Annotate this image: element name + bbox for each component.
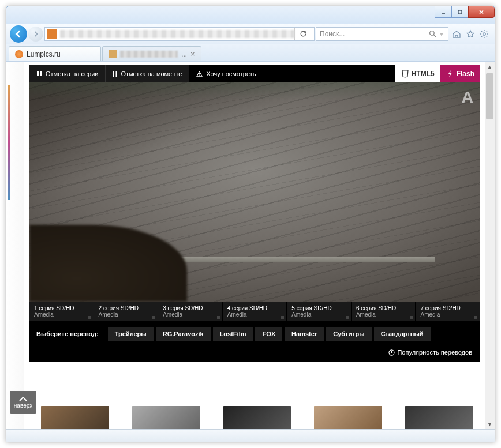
- svg-rect-7: [37, 71, 39, 76]
- mark-series-tab[interactable]: Отметка на серии: [29, 65, 106, 82]
- translation-option[interactable]: Субтитры: [326, 327, 372, 341]
- scroll-down-icon[interactable]: ▼: [485, 419, 495, 429]
- translation-option[interactable]: Hamster: [285, 327, 324, 341]
- pause-icon: [113, 71, 117, 77]
- tab-lumpics[interactable]: Lumpics.ru: [9, 46, 101, 61]
- svg-line-5: [434, 35, 436, 37]
- episode-source: Amedia: [420, 311, 475, 318]
- episode-title: 7 серия SD/HD: [420, 305, 475, 311]
- episode-marker-icon: [88, 316, 91, 319]
- watch-later-tab[interactable]: Хочу посмотреть: [189, 65, 263, 82]
- episode-source: Amedia: [34, 311, 89, 318]
- chevron-up-icon: [19, 397, 27, 401]
- episode-marker-icon: [152, 316, 155, 319]
- translation-option[interactable]: FOX: [255, 327, 282, 341]
- tab-title-blurred: [120, 51, 178, 58]
- sidebar-edge: [6, 62, 24, 429]
- status-bar: [6, 429, 495, 442]
- thumbnail[interactable]: [132, 406, 200, 429]
- settings-icon[interactable]: [480, 29, 489, 39]
- episode-marker-icon: [346, 316, 349, 319]
- minimize-button[interactable]: [435, 6, 452, 18]
- html5-icon: [401, 70, 409, 78]
- episode-list: 1 серия SD/HDAmedia 2 серия SD/HDAmedia …: [29, 302, 480, 321]
- address-bar[interactable]: [44, 27, 315, 41]
- back-to-top-label: наверх: [14, 402, 32, 409]
- vertical-scrollbar[interactable]: ▲ ▼: [485, 62, 495, 429]
- tab-close-icon[interactable]: ×: [190, 50, 195, 58]
- episode-item[interactable]: 5 серия SD/HDAmedia: [287, 302, 352, 321]
- episode-item[interactable]: 7 серия SD/HDAmedia: [416, 302, 480, 321]
- episode-title: 3 серия SD/HD: [163, 305, 218, 311]
- video-player-block: Отметка на серии Отметка на моменте Хочу…: [29, 65, 480, 362]
- bookmark-icon: [36, 71, 42, 77]
- video-frame[interactable]: A: [29, 82, 480, 302]
- episode-marker-icon: [410, 316, 413, 319]
- episode-item[interactable]: 4 серия SD/HDAmedia: [223, 302, 287, 321]
- mark-moment-tab[interactable]: Отметка на моменте: [106, 65, 189, 82]
- thumbnail[interactable]: [41, 406, 109, 429]
- search-box[interactable]: Поиск... ▾: [316, 27, 448, 41]
- translation-option[interactable]: RG.Paravozik: [156, 327, 211, 341]
- episode-title: 2 серия SD/HD: [99, 305, 154, 311]
- search-placeholder: Поиск...: [320, 30, 429, 38]
- popularity-label: Популярность переводов: [397, 349, 472, 356]
- maximize-button[interactable]: [451, 6, 469, 18]
- forward-button[interactable]: [28, 27, 43, 42]
- episode-item[interactable]: 1 серия SD/HDAmedia: [29, 302, 94, 321]
- back-to-top-button[interactable]: наверх: [10, 391, 36, 414]
- page-content: Отметка на серии Отметка на моменте Хочу…: [6, 62, 485, 429]
- site-favicon-icon: [47, 29, 57, 39]
- episode-item[interactable]: 2 серия SD/HDAmedia: [94, 302, 159, 321]
- badge-label: HTML5: [412, 70, 435, 78]
- favorites-icon[interactable]: [466, 29, 475, 39]
- close-button[interactable]: [468, 6, 495, 18]
- html5-badge[interactable]: HTML5: [395, 65, 440, 82]
- translation-option[interactable]: Стандартный: [374, 327, 431, 341]
- browser-window: Поиск... ▾ Lumpics.ru ... ×: [6, 6, 495, 442]
- translation-popularity[interactable]: Популярность переводов: [29, 347, 480, 362]
- tab-title: Lumpics.ru: [27, 50, 95, 58]
- translation-option[interactable]: LostFilm: [213, 327, 253, 341]
- episode-title: 5 серия SD/HD: [291, 305, 346, 311]
- translation-bar: Выберите перевод: Трейлеры RG.Paravozik …: [29, 321, 480, 347]
- flash-icon: [446, 70, 454, 78]
- tab-title-suffix: ...: [181, 50, 187, 58]
- thumbnail[interactable]: [314, 406, 382, 429]
- home-icon[interactable]: [452, 29, 461, 39]
- scroll-up-icon[interactable]: ▲: [485, 62, 495, 71]
- favicon-icon: [15, 50, 23, 58]
- tab-label: Отметка на серии: [46, 70, 98, 77]
- episode-title: 4 серия SD/HD: [227, 305, 282, 311]
- episode-source: Amedia: [291, 311, 346, 318]
- tab-label: Хочу посмотреть: [206, 70, 256, 77]
- episode-source: Amedia: [356, 311, 411, 318]
- favicon-icon: [109, 50, 117, 58]
- channel-watermark: A: [462, 88, 472, 107]
- thumbnail[interactable]: [405, 406, 473, 429]
- translation-option[interactable]: Трейлеры: [108, 327, 154, 341]
- translation-label: Выберите перевод:: [36, 330, 99, 337]
- svg-rect-8: [40, 71, 42, 76]
- thumbnail[interactable]: [223, 406, 291, 429]
- window-controls: [435, 6, 495, 18]
- episode-item[interactable]: 6 серия SD/HDAmedia: [352, 302, 416, 321]
- svg-rect-10: [116, 71, 118, 77]
- episode-marker-icon: [217, 316, 220, 319]
- flash-badge[interactable]: Flash: [440, 65, 480, 82]
- browser-navbar: Поиск... ▾: [6, 24, 495, 44]
- tab-secondary[interactable]: ... ×: [102, 46, 201, 61]
- scroll-thumb[interactable]: [486, 73, 493, 119]
- tab-strip: Lumpics.ru ... ×: [6, 44, 495, 62]
- content-viewport: Отметка на серии Отметка на моменте Хочу…: [6, 62, 495, 429]
- address-url: [60, 30, 294, 38]
- svg-rect-1: [458, 10, 462, 14]
- episode-source: Amedia: [227, 311, 282, 318]
- refresh-button[interactable]: [294, 28, 312, 40]
- back-button[interactable]: [10, 25, 27, 43]
- episode-item[interactable]: 3 серия SD/HDAmedia: [158, 302, 223, 321]
- episode-source: Amedia: [163, 311, 218, 318]
- window-titlebar: [6, 6, 495, 24]
- search-dropdown-icon[interactable]: ▾: [436, 30, 444, 38]
- video-water: [164, 257, 435, 262]
